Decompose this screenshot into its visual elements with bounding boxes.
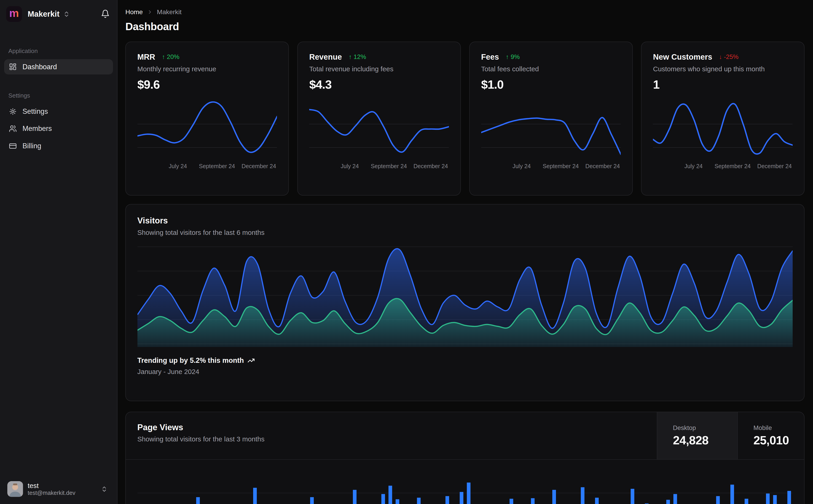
x-tick: December 24 (757, 163, 792, 170)
sparkline-chart: July 24 September 24 December 24 (309, 98, 449, 171)
user-name: test (28, 482, 96, 490)
toggle-mobile-label: Mobile (753, 424, 804, 432)
x-tick: July 24 (685, 163, 703, 170)
dashboard-icon (9, 63, 17, 71)
toggle-desktop-label: Desktop (673, 424, 737, 432)
stat-title: Revenue (309, 53, 342, 61)
workspace-selector[interactable]: Makerkit (28, 10, 70, 19)
main-content: Home Makerkit Dashboard MRR ↑ 20% Monthl… (117, 0, 813, 504)
breadcrumb: Home Makerkit (125, 8, 805, 16)
stat-card-new-customers: New Customers ↓ -25% Customers who signe… (641, 42, 805, 196)
notifications-button[interactable] (101, 9, 110, 18)
trend-badge: ↑ 20% (162, 53, 179, 61)
page-views-card: Page Views Showing total visitors for th… (125, 412, 805, 504)
app-root: m Makerkit Application Dashboard Setting… (0, 0, 813, 504)
user-meta: test test@makerkit.dev (28, 482, 96, 496)
sidebar-item-label: Dashboard (22, 63, 57, 71)
page-views-bar-chart (137, 466, 793, 504)
page-views-toggles: Desktop 24,828 Mobile 25,010 (657, 412, 804, 459)
sidebar: m Makerkit Application Dashboard Setting… (0, 0, 117, 504)
sparkline-chart: July 24 September 24 December 24 (137, 98, 277, 171)
visitors-subtitle: Showing total visitors for the last 6 mo… (137, 229, 793, 236)
user-menu[interactable]: test test@makerkit.dev (4, 478, 113, 500)
x-tick: July 24 (341, 163, 359, 170)
x-tick: September 24 (199, 163, 235, 170)
x-tick: September 24 (543, 163, 579, 170)
stat-card-mrr: MRR ↑ 20% Monthly recurring revenue $9.6… (125, 42, 289, 196)
visitors-title: Visitors (137, 216, 793, 225)
x-tick: December 24 (585, 163, 620, 170)
stat-card-fees: Fees ↑ 9% Total fees collected $1.0 July… (469, 42, 633, 196)
sidebar-item-dashboard[interactable]: Dashboard (4, 59, 113, 74)
customers-sparkline (653, 98, 793, 160)
visitors-range-text: January - June 2024 (137, 368, 793, 376)
sidebar-item-label: Billing (22, 142, 41, 150)
stat-title: New Customers (653, 53, 712, 61)
revenue-sparkline (309, 98, 449, 160)
breadcrumb-current: Makerkit (157, 8, 181, 16)
section-label-application: Application (0, 48, 117, 55)
stat-subtitle: Monthly recurring revenue (137, 65, 277, 73)
bell-icon (101, 9, 110, 18)
breadcrumb-home[interactable]: Home (125, 8, 143, 16)
chevrons-up-down-icon (101, 486, 108, 493)
trending-up-icon (248, 357, 255, 364)
section-label-settings: Settings (0, 92, 117, 99)
sidebar-item-settings[interactable]: Settings (4, 104, 113, 119)
stat-value: $1.0 (481, 77, 621, 91)
x-tick: September 24 (715, 163, 751, 170)
stat-subtitle: Customers who signed up this month (653, 65, 793, 73)
user-email: test@makerkit.dev (28, 490, 96, 496)
visitors-area-chart (137, 245, 793, 347)
visitors-trend-text: Trending up by 5.2% this month (137, 356, 244, 365)
sidebar-item-members[interactable]: Members (4, 121, 113, 136)
trend-badge: ↓ -25% (719, 53, 739, 61)
stat-cards-row: MRR ↑ 20% Monthly recurring revenue $9.6… (125, 42, 805, 196)
workspace-row: m Makerkit (0, 0, 117, 22)
makerkit-logo[interactable]: m (6, 6, 22, 22)
stat-value: 1 (653, 77, 793, 91)
sparkline-chart: July 24 September 24 December 24 (481, 98, 621, 171)
x-tick: December 24 (413, 163, 448, 170)
x-tick: September 24 (371, 163, 407, 170)
stat-value: $9.6 (137, 77, 277, 91)
fees-sparkline (481, 98, 621, 160)
visitors-card: Visitors Showing total visitors for the … (125, 204, 805, 401)
sparkline-chart: July 24 September 24 December 24 (653, 98, 793, 171)
toggle-desktop-value: 24,828 (673, 433, 737, 447)
sidebar-item-label: Settings (22, 107, 48, 116)
workspace-name: Makerkit (28, 10, 59, 19)
chevrons-up-down-icon (63, 11, 70, 18)
stat-title: MRR (137, 53, 155, 61)
x-tick: December 24 (242, 163, 276, 170)
sidebar-item-billing[interactable]: Billing (4, 138, 113, 154)
sidebar-item-label: Members (22, 125, 52, 133)
trend-badge: ↑ 12% (349, 53, 366, 61)
toggle-mobile[interactable]: Mobile 25,010 (737, 412, 804, 459)
stat-subtitle: Total fees collected (481, 65, 621, 73)
avatar (7, 481, 23, 497)
gear-icon (9, 108, 17, 115)
toggle-mobile-value: 25,010 (753, 433, 804, 447)
trend-badge: ↑ 9% (506, 53, 520, 61)
users-icon (9, 125, 17, 133)
logo-letter: m (9, 8, 19, 19)
stat-title: Fees (481, 53, 499, 61)
stat-subtitle: Total revenue including fees (309, 65, 449, 73)
mrr-sparkline (137, 98, 277, 160)
page-title: Dashboard (125, 21, 805, 33)
x-tick: July 24 (169, 163, 187, 170)
stat-value: $4.3 (309, 77, 449, 91)
x-tick: July 24 (512, 163, 531, 170)
stat-card-revenue: Revenue ↑ 12% Total revenue including fe… (297, 42, 461, 196)
credit-card-icon (9, 142, 17, 150)
chevron-right-icon (147, 9, 153, 15)
toggle-desktop[interactable]: Desktop 24,828 (657, 412, 737, 459)
